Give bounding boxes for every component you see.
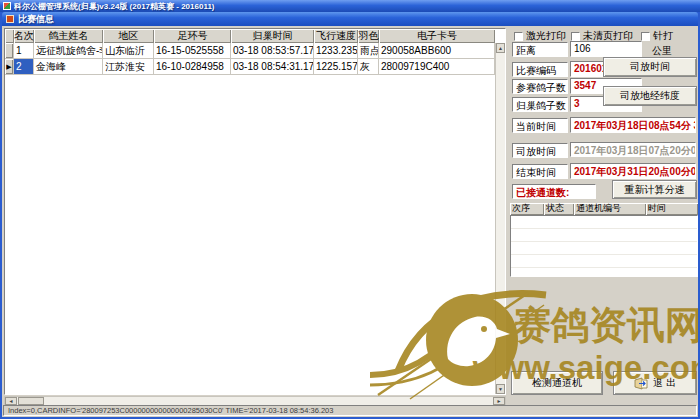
- results-grid: 名次 鸽主姓名 地区 足环号 归巢时间 飞行速度 羽色 电子卡号 1 远征凯旋鸽…: [4, 28, 506, 395]
- table-row[interactable]: 1 远征凯旋鸽舍-李凤 山东临沂 16-15-0525558 03-18 08:…: [5, 43, 505, 59]
- channel-col-status: 状态: [544, 203, 574, 215]
- dot-matrix-checkbox[interactable]: 针打: [641, 29, 673, 43]
- col-header-selector: [5, 29, 14, 43]
- dialog-titlebar[interactable]: 比赛信息: [2, 12, 698, 26]
- distance-unit-label: 公里: [652, 44, 672, 58]
- cell-feather: 雨点: [358, 43, 379, 59]
- row-selector: [5, 43, 14, 59]
- current-time-value: 2017年03月18日08点54分 37秒: [570, 117, 696, 133]
- distance-input[interactable]: 106: [570, 41, 642, 57]
- results-grid-header: 名次 鸽主姓名 地区 足环号 归巢时间 飞行速度 羽色 电子卡号: [5, 29, 505, 43]
- release-time-button[interactable]: 司放时间: [603, 57, 697, 77]
- end-time-value[interactable]: 2017年03月31日20点00分00秒: [570, 163, 696, 179]
- distance-label: 距离: [512, 42, 568, 57]
- checkbox-icon[interactable]: [571, 32, 580, 41]
- end-time-label: 结束时间: [512, 164, 568, 179]
- checkbox-icon[interactable]: [641, 32, 650, 41]
- row-selector-arrow: ▶: [5, 59, 14, 75]
- cell-owner: 远征凯旋鸽舍-李凤: [34, 43, 103, 59]
- app-window: 科尔公棚管理系统(归巢)v3.24版 (2017精英赛 - 2016011) 比…: [0, 0, 700, 419]
- dialog-body: 名次 鸽主姓名 地区 足环号 归巢时间 飞行速度 羽色 电子卡号 1 远征凯旋鸽…: [2, 26, 698, 417]
- cell-region: 江苏淮安: [103, 59, 154, 75]
- col-header-region[interactable]: 地区: [103, 29, 154, 43]
- channel-col-time: 时间: [646, 203, 698, 215]
- exit-button-label: 退 出: [653, 376, 676, 390]
- current-time-label: 当前时间: [512, 118, 568, 133]
- cell-return-time: 03-18 08:54:31.171: [231, 59, 314, 75]
- cell-ring: 16-15-0525558: [154, 43, 231, 59]
- channel-table-body[interactable]: [510, 215, 698, 277]
- cell-rank: 2: [14, 59, 34, 75]
- recalculate-speed-button[interactable]: 重新计算分速: [612, 180, 697, 199]
- cell-ring: 16-10-0284958: [154, 59, 231, 75]
- release-location-button[interactable]: 司放地经纬度: [603, 86, 697, 106]
- cell-speed: 1233.235: [314, 43, 358, 59]
- cell-card: 28009719C400: [379, 59, 495, 75]
- channel-empty-row: [511, 255, 697, 268]
- cell-return-time: 03-18 08:53:57.171: [231, 43, 314, 59]
- table-row-selected[interactable]: ▶ 2 金海峰 江苏淮安 16-10-0284958 03-18 08:54:3…: [5, 59, 505, 75]
- scrollbar-thumb[interactable]: [18, 397, 44, 405]
- col-header-ring[interactable]: 足环号: [154, 29, 231, 43]
- col-header-owner[interactable]: 鸽主姓名: [34, 29, 103, 43]
- col-header-rank[interactable]: 名次: [14, 29, 34, 43]
- checkbox-icon[interactable]: [514, 32, 523, 41]
- vertical-scrollbar[interactable]: ▲ ▼: [495, 43, 505, 394]
- scroll-left-button[interactable]: ◄: [5, 397, 17, 405]
- release-time-value[interactable]: 2017年03月18日07点20分0秒: [570, 142, 696, 157]
- exit-icon: [634, 377, 649, 390]
- channel-empty-row: [511, 229, 697, 242]
- race-code-label: 比赛编码: [512, 62, 568, 77]
- scroll-down-button[interactable]: ▼: [496, 384, 505, 394]
- connected-channels-label: 已接通道数:: [512, 184, 596, 199]
- cell-feather: 灰: [358, 59, 379, 75]
- detect-channels-button[interactable]: 检测通道机: [511, 371, 603, 395]
- laser-print-label: 激光打印: [526, 29, 566, 43]
- channel-empty-row: [511, 242, 697, 255]
- col-header-feather[interactable]: 羽色: [358, 29, 379, 43]
- cell-owner: 金海峰: [34, 59, 103, 75]
- col-header-speed[interactable]: 飞行速度: [314, 29, 358, 43]
- channel-col-order: 次序: [510, 203, 544, 215]
- channel-table-header: 次序 状态 通道机编号 时间: [510, 203, 698, 215]
- dialog-icon: [6, 15, 14, 23]
- scroll-right-button[interactable]: ►: [493, 397, 505, 405]
- col-header-card[interactable]: 电子卡号: [379, 29, 495, 43]
- status-text: Index=0,CARDINFO='280097253C000000000000…: [3, 405, 697, 416]
- dot-matrix-label: 针打: [653, 29, 673, 43]
- cell-card: 290058ABB600: [379, 43, 495, 59]
- cell-speed: 1225.1573: [314, 59, 358, 75]
- entered-count-label: 参赛鸽子数: [512, 79, 568, 94]
- channel-col-id: 通道机编号: [574, 203, 646, 215]
- cell-rank: 1: [14, 43, 34, 59]
- exit-button[interactable]: 退 出: [613, 371, 697, 395]
- laser-print-checkbox[interactable]: 激光打印: [514, 29, 566, 43]
- app-title: 科尔公棚管理系统(归巢)v3.24版 (2017精英赛 - 2016011): [14, 1, 215, 12]
- scroll-up-button[interactable]: ▲: [496, 43, 505, 53]
- status-bar: Index=0,CARDINFO='280097253C000000000000…: [2, 405, 698, 417]
- app-icon: [3, 2, 11, 10]
- channel-empty-row: [511, 216, 697, 229]
- watermark-site-name: 赛鸽资讯网: [512, 304, 698, 346]
- release-time-label: 司放时间: [512, 143, 568, 158]
- dialog-title: 比赛信息: [18, 13, 54, 26]
- cell-region: 山东临沂: [103, 43, 154, 59]
- col-header-return-time[interactable]: 归巢时间: [231, 29, 314, 43]
- app-titlebar[interactable]: 科尔公棚管理系统(归巢)v3.24版 (2017精英赛 - 2016011): [0, 0, 700, 12]
- returned-count-label: 归巢鸽子数: [512, 97, 568, 112]
